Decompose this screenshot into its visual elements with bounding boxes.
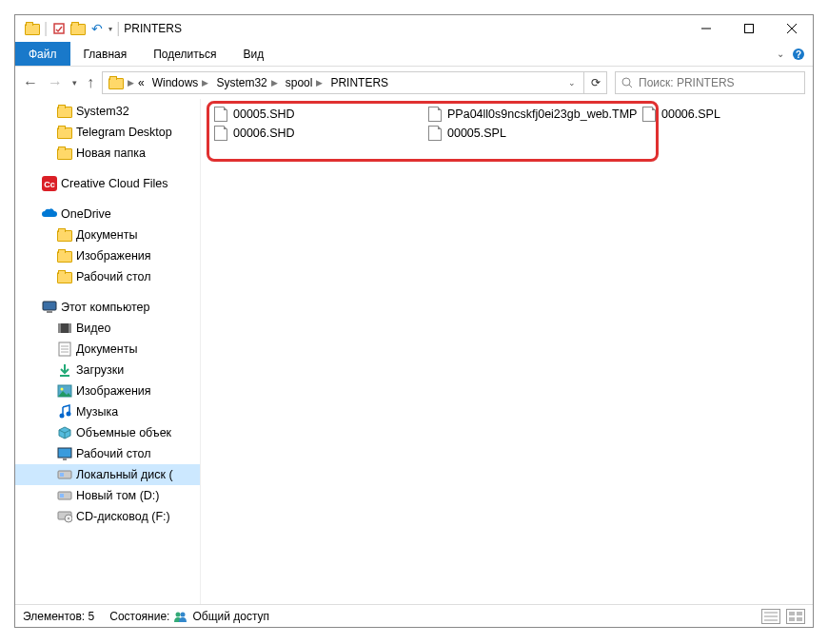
tree-item-label: Telegram Desktop bbox=[76, 126, 172, 139]
tree-item-label: Изображения bbox=[76, 384, 151, 398]
qat-dropdown-icon[interactable]: ▾ bbox=[108, 25, 112, 33]
window-controls bbox=[684, 15, 813, 42]
tree-item-label: Объемные объек bbox=[76, 426, 171, 439]
annotation-highlight bbox=[207, 101, 659, 162]
tree-item[interactable]: Изображения bbox=[15, 245, 200, 266]
tree-item-label: System32 bbox=[76, 105, 129, 118]
pics-icon bbox=[57, 383, 72, 399]
tree-item[interactable]: Документы bbox=[15, 224, 200, 245]
up-button[interactable]: ↑ bbox=[87, 74, 94, 91]
search-box[interactable]: Поиск: PRINTERS bbox=[615, 71, 805, 94]
tree-item-label: Локальный диск ( bbox=[76, 468, 173, 481]
tree-item[interactable]: CcCreative Cloud Files bbox=[15, 173, 200, 194]
address-folder-icon bbox=[108, 75, 124, 90]
address-bar[interactable]: ▶ « Windows ▶ System32 ▶ spool ▶ PRINTER… bbox=[102, 71, 584, 94]
tree-item[interactable]: Telegram Desktop bbox=[15, 122, 200, 143]
tab-home[interactable]: Главная bbox=[70, 42, 141, 66]
tree-item[interactable]: Этот компьютер bbox=[15, 297, 200, 318]
tree-item[interactable]: System32 bbox=[15, 101, 200, 122]
pc-icon bbox=[42, 300, 57, 315]
tab-share[interactable]: Поделиться bbox=[140, 42, 229, 66]
status-bar: Элементов: 5 Состояние: Общий доступ bbox=[15, 604, 813, 627]
back-button[interactable]: ← bbox=[23, 74, 38, 91]
folder-icon bbox=[57, 125, 72, 140]
tree-item[interactable]: Локальный диск ( bbox=[15, 464, 200, 485]
tree-item[interactable]: Рабочий стол bbox=[15, 443, 200, 464]
maximize-button[interactable] bbox=[727, 15, 770, 42]
qat-properties-icon[interactable] bbox=[51, 21, 67, 36]
crumb-printers[interactable]: PRINTERS bbox=[326, 76, 392, 89]
window-title: PRINTERS bbox=[120, 22, 684, 35]
svg-point-22 bbox=[61, 388, 64, 391]
svg-rect-14 bbox=[58, 323, 61, 333]
view-large-button[interactable] bbox=[786, 609, 805, 624]
svg-rect-2 bbox=[744, 25, 753, 33]
crumb-windows[interactable]: Windows ▶ bbox=[148, 76, 213, 89]
nav-tree[interactable]: System32Telegram DesktopНовая папкаCcCre… bbox=[15, 99, 201, 604]
qat-newfolder-icon[interactable] bbox=[70, 21, 86, 36]
content-pane[interactable]: 00005.SHD00006.SHDPPa04ll0s9ncskfj0ei23g… bbox=[201, 99, 813, 604]
recent-dropdown-icon[interactable]: ▾ bbox=[72, 78, 77, 88]
help-icon[interactable]: ? bbox=[792, 48, 805, 61]
qat-divider: | bbox=[44, 20, 48, 37]
tree-item-label: OneDrive bbox=[61, 207, 111, 221]
svg-line-8 bbox=[629, 85, 632, 88]
tree-item[interactable]: Рабочий стол bbox=[15, 266, 200, 287]
tree-item-label: Creative Cloud Files bbox=[61, 177, 168, 190]
explorer-window: | ↶ ▾ | PRINTERS Файл Главная Поделиться… bbox=[14, 14, 814, 628]
svg-rect-0 bbox=[54, 24, 64, 33]
onedrive-icon bbox=[42, 206, 57, 222]
tree-item[interactable]: OneDrive bbox=[15, 204, 200, 224]
down-icon bbox=[57, 362, 72, 378]
video-icon bbox=[57, 321, 72, 336]
tree-item-label: Рабочий стол bbox=[76, 447, 150, 460]
tab-view[interactable]: Вид bbox=[229, 42, 277, 66]
svg-rect-44 bbox=[789, 617, 795, 621]
svg-text:?: ? bbox=[796, 49, 801, 60]
tree-item[interactable]: Новая папка bbox=[15, 143, 200, 164]
crumb-spool[interactable]: spool ▶ bbox=[282, 76, 327, 89]
tree-item-label: CD-дисковод (F:) bbox=[76, 510, 170, 523]
disk-icon bbox=[57, 467, 72, 482]
tree-item-label: Изображения bbox=[76, 249, 151, 263]
close-button[interactable] bbox=[770, 15, 813, 42]
tree-item[interactable]: Новый том (D:) bbox=[15, 485, 200, 506]
app-folder-icon bbox=[25, 21, 40, 36]
svg-text:Cc: Cc bbox=[44, 180, 55, 189]
shared-icon bbox=[173, 611, 188, 622]
search-icon bbox=[621, 77, 633, 88]
svg-rect-15 bbox=[69, 323, 71, 333]
tree-item[interactable]: Музыка bbox=[15, 401, 200, 422]
tree-item[interactable]: CD-дисковод (F:) bbox=[15, 506, 200, 527]
nav-row: ← → ▾ ↑ ▶ « Windows ▶ System32 ▶ spool ▶… bbox=[15, 67, 813, 99]
tree-item[interactable]: Объемные объек bbox=[15, 422, 200, 443]
minimize-button[interactable] bbox=[684, 15, 727, 42]
search-placeholder: Поиск: PRINTERS bbox=[639, 76, 735, 89]
tree-item-label: Новый том (D:) bbox=[76, 489, 160, 502]
tree-item[interactable]: Документы bbox=[15, 339, 200, 360]
forward-button[interactable]: → bbox=[48, 74, 63, 91]
svg-rect-41 bbox=[787, 609, 805, 623]
qat-undo-icon[interactable]: ↶ bbox=[89, 21, 105, 36]
desk-icon bbox=[57, 446, 72, 461]
tab-file[interactable]: Файл bbox=[15, 42, 70, 66]
view-details-button[interactable] bbox=[761, 609, 780, 624]
quick-access-toolbar: | ↶ ▾ | bbox=[21, 20, 120, 37]
ribbon-collapse-icon[interactable]: ⌄ bbox=[777, 49, 784, 59]
crumb-system32[interactable]: System32 ▶ bbox=[212, 76, 281, 89]
status-state: Состояние: Общий доступ bbox=[109, 610, 269, 623]
folder-icon bbox=[57, 146, 72, 161]
svg-point-34 bbox=[68, 517, 69, 519]
refresh-button[interactable]: ⟳ bbox=[584, 71, 607, 94]
svg-rect-31 bbox=[60, 494, 64, 498]
tree-item-label: Документы bbox=[76, 228, 137, 242]
address-dropdown-icon[interactable]: ⌄ bbox=[562, 78, 582, 88]
svg-rect-26 bbox=[58, 448, 71, 458]
svg-rect-12 bbox=[47, 311, 52, 313]
tree-item[interactable]: Видео bbox=[15, 318, 200, 339]
tree-item[interactable]: Изображения bbox=[15, 381, 200, 401]
tree-item-label: Музыка bbox=[76, 405, 118, 419]
tree-item[interactable]: Загрузки bbox=[15, 360, 200, 381]
file-item[interactable]: 00006.SPL bbox=[642, 105, 813, 124]
tree-item-label: Новая папка bbox=[76, 146, 146, 160]
